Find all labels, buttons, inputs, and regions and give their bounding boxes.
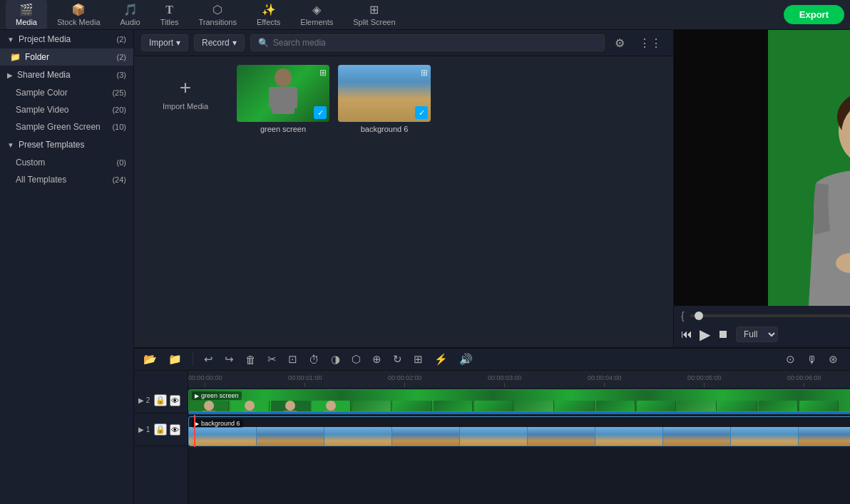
titles-icon: T <box>165 4 173 16</box>
nav-item-split-screen[interactable]: ⊞ Split Screen <box>343 0 405 29</box>
nav-item-titles[interactable]: T Titles <box>150 1 189 29</box>
track-1-num: ▶ 1 <box>138 426 150 433</box>
preset-templates-arrow: ▼ <box>7 141 14 149</box>
ruler-tick-0: 00:00:00:00 <box>188 374 222 387</box>
content-area: Import ▾ Record ▾ 🔍 ⚙ ⋮⋮ <box>134 30 673 347</box>
preset-templates-header[interactable]: ▼ Preset Templates <box>0 135 133 154</box>
folder-item[interactable]: 📁 Folder (2) <box>0 48 133 66</box>
grid-view-button[interactable]: ⋮⋮ <box>635 35 666 51</box>
nav-item-audio[interactable]: 🎵 Audio <box>111 0 150 29</box>
ruler-label-1: 00:00:01:00 <box>288 374 322 381</box>
preview-progress: { } 00:00:00:00 <box>681 310 850 322</box>
sample-color-item[interactable]: Sample Color (25) <box>0 84 133 101</box>
track-label-2: ▶ 2 🔒 👁 <box>134 388 188 413</box>
sample-video-count: (20) <box>112 106 126 114</box>
new-folder-button[interactable]: 📂 <box>140 351 160 367</box>
timeline-main[interactable]: 00:00:00:00 00:00:01:00 00:00:02:00 <box>188 371 850 504</box>
project-media-header[interactable]: ▼ Project Media (2) <box>0 30 133 48</box>
track-2-num: ▶ 2 <box>138 396 150 404</box>
ruler-label-4: 00:00:04:00 <box>588 374 622 381</box>
rotate-button[interactable]: ↻ <box>389 351 406 367</box>
track-row-2: ▶ green screen <box>188 388 850 415</box>
filter-tl-button[interactable]: ☰ <box>846 351 850 367</box>
media-grid: + Import Media ⊞ <box>134 56 673 347</box>
zoom-select[interactable]: Full 75% 50% 25% <box>736 326 778 342</box>
speed-button[interactable]: ⏱ <box>305 352 323 367</box>
all-templates-item[interactable]: All Templates (24) <box>0 171 133 188</box>
background-6-check: ✓ <box>415 106 428 119</box>
custom-item[interactable]: Custom (0) <box>0 154 133 171</box>
folder-label: Folder <box>25 52 117 62</box>
voiceover-button[interactable]: ⊛ <box>825 351 841 367</box>
sample-video-item[interactable]: Sample Video (20) <box>0 101 133 118</box>
preview-bracket-left: { <box>681 310 685 322</box>
custom-label: Custom <box>16 158 117 168</box>
left-panel: Import ▾ Record ▾ 🔍 ⚙ ⋮⋮ <box>134 30 850 504</box>
mask-button[interactable]: ⬡ <box>348 351 364 367</box>
nav-item-elements[interactable]: ◈ Elements <box>290 0 343 29</box>
track-1-eye[interactable]: 👁 <box>170 424 180 436</box>
ruler-line-1 <box>304 383 305 387</box>
green-screen-track[interactable]: ▶ green screen <box>188 389 850 412</box>
green-screen-check: ✓ <box>314 106 327 119</box>
ruler-line-0 <box>205 383 205 387</box>
green-screen-thumb[interactable]: ⊞ ✓ green screen <box>237 65 329 133</box>
main-layout: ▼ Project Media (2) 📁 Folder (2) ▶ Share… <box>0 30 850 504</box>
open-folder-button[interactable]: 📁 <box>165 351 185 367</box>
crop-button[interactable]: ⊡ <box>285 351 301 367</box>
import-button[interactable]: Import ▾ <box>141 34 188 51</box>
sample-green-screen-item[interactable]: Sample Green Screen (10) <box>0 118 133 135</box>
progress-track[interactable] <box>690 314 850 317</box>
search-input[interactable] <box>273 38 597 48</box>
svg-point-0 <box>275 68 292 87</box>
background-track[interactable]: ▶ background 6 <box>188 416 850 446</box>
auto-button[interactable]: ⚡ <box>431 351 451 367</box>
ruler-line-2 <box>404 383 405 387</box>
import-media-button[interactable]: + Import Media <box>143 65 228 122</box>
sample-color-count: (25) <box>112 88 126 97</box>
nav-item-media[interactable]: 🎬 Media <box>6 0 47 29</box>
progress-thumb[interactable] <box>695 312 703 320</box>
export-button[interactable]: Export <box>784 5 844 24</box>
ruler-tick-3: 00:00:03:00 <box>488 374 522 387</box>
elements-icon: ◈ <box>312 3 321 16</box>
svg-rect-1 <box>272 87 295 114</box>
cut-button[interactable]: ✂ <box>264 351 280 367</box>
record-button[interactable]: Record ▾ <box>194 34 245 51</box>
green-screen-person-svg <box>262 67 304 120</box>
redo-button[interactable]: ↪ <box>221 351 237 367</box>
content-toolbar: Import ▾ Record ▾ 🔍 ⚙ ⋮⋮ <box>134 30 673 56</box>
nav-item-stock-media[interactable]: 📦 Stock Media <box>47 0 111 29</box>
stop-button[interactable]: ⏹ <box>717 328 729 341</box>
green-screen-grid-icon: ⊞ <box>319 68 327 78</box>
search-box[interactable]: 🔍 <box>250 34 605 51</box>
background-6-thumb[interactable]: ⊞ ✓ background 6 <box>338 65 431 133</box>
ruler-tick-1: 00:00:01:00 <box>288 374 322 387</box>
mic-button[interactable]: 🎙 <box>803 352 821 367</box>
track-2-eye[interactable]: 👁 <box>170 395 180 406</box>
stock-media-icon: 📦 <box>71 3 86 16</box>
track-2-lock[interactable]: 🔒 <box>154 394 167 406</box>
search-icon: 🔍 <box>258 38 269 48</box>
split-button[interactable]: ⊞ <box>410 351 426 367</box>
play-button[interactable]: ▶ <box>700 326 710 343</box>
background-track-label: ▶ background 6 <box>192 419 243 428</box>
snap-button[interactable]: ⊙ <box>782 351 799 367</box>
track-1-lock[interactable]: 🔒 <box>154 423 167 436</box>
undo-button[interactable]: ↩ <box>200 351 217 367</box>
color-button[interactable]: ◑ <box>327 351 344 367</box>
tl-right: ⊙ 🎙 ⊛ ☰ − + ⋮ <box>782 351 850 367</box>
svg-rect-3 <box>292 87 297 108</box>
shared-media-count: (3) <box>117 71 126 79</box>
nav-item-effects[interactable]: ✨ Effects <box>247 0 290 29</box>
filter-button[interactable]: ⚙ <box>610 35 629 51</box>
nav-item-transitions[interactable]: ⬡ Transitions <box>189 0 247 29</box>
timeline-area: ▶ 2 🔒 👁 ▶ 1 🔒 👁 00:00:00:0 <box>134 371 850 504</box>
volume-tl-button[interactable]: 🔊 <box>456 351 476 367</box>
media-icon: 🎬 <box>19 3 34 16</box>
step-back-button[interactable]: ⏮ <box>681 328 692 341</box>
shared-media-header[interactable]: ▶ Shared Media (3) <box>0 66 133 84</box>
stabilize-button[interactable]: ⊕ <box>369 351 385 367</box>
timeline-tracks-left: ▶ 2 🔒 👁 ▶ 1 🔒 👁 <box>134 371 188 504</box>
delete-button[interactable]: 🗑 <box>242 352 260 367</box>
